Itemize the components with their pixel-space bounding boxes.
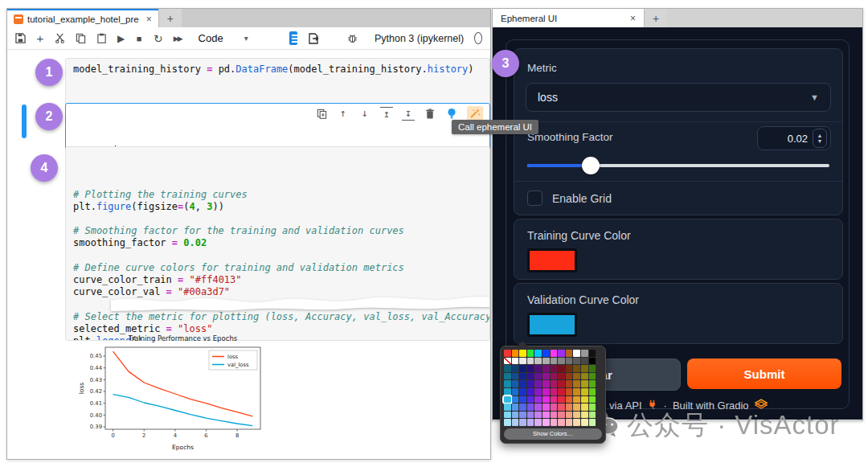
kernel-name[interactable]: Python 3 (ipykernel) (375, 33, 464, 44)
gradio-tab[interactable]: Ephemeral UI × (493, 9, 644, 27)
color-swatch[interactable] (566, 419, 573, 426)
insert-cell-below-icon[interactable]: ↧ (402, 107, 415, 121)
color-swatch[interactable] (581, 396, 588, 404)
export-icon[interactable] (308, 32, 319, 45)
cut-icon[interactable] (55, 32, 65, 45)
slider-handle[interactable] (582, 157, 600, 174)
color-swatch[interactable] (551, 358, 558, 365)
color-swatch[interactable] (589, 365, 596, 372)
color-swatch[interactable] (566, 404, 573, 411)
color-swatch[interactable] (534, 412, 542, 419)
lightbulb-icon[interactable] (445, 107, 458, 120)
color-swatch[interactable] (551, 388, 558, 395)
color-swatch[interactable] (512, 380, 519, 387)
color-swatch[interactable] (551, 373, 558, 380)
color-swatch[interactable] (504, 373, 511, 380)
delete-cell-icon[interactable] (424, 107, 436, 120)
prompt-cell[interactable]: ↑ ↓ ↥ ↧ %promptShow how the training per… (65, 103, 490, 151)
color-swatch[interactable] (558, 373, 565, 380)
color-swatch[interactable] (542, 365, 550, 372)
new-tab-button[interactable]: + (158, 9, 182, 27)
color-swatch[interactable] (551, 404, 558, 411)
move-cell-up-icon[interactable]: ↑ (337, 107, 350, 120)
color-swatch[interactable] (512, 373, 519, 380)
color-swatch[interactable] (573, 404, 580, 411)
color-swatch[interactable] (519, 350, 526, 357)
color-swatch[interactable] (542, 373, 550, 380)
grid-checkbox[interactable] (527, 191, 542, 206)
color-swatch[interactable] (534, 358, 542, 365)
color-swatch[interactable] (589, 380, 596, 387)
color-swatch[interactable] (581, 412, 588, 419)
color-swatch[interactable] (534, 380, 542, 387)
color-swatch[interactable] (566, 388, 573, 395)
color-swatch[interactable] (512, 396, 519, 404)
submit-button[interactable]: Submit (687, 359, 841, 389)
color-swatch[interactable] (512, 412, 519, 419)
color-swatch[interactable] (504, 404, 511, 411)
color-swatch[interactable] (519, 380, 526, 387)
color-swatch[interactable] (551, 350, 558, 357)
color-swatch[interactable] (527, 412, 534, 419)
number-stepper[interactable]: ▲▼ (813, 129, 827, 148)
color-swatch[interactable] (558, 412, 565, 419)
color-swatch[interactable] (558, 419, 565, 426)
color-swatch[interactable] (566, 350, 573, 357)
paste-icon[interactable] (96, 32, 107, 45)
color-swatch[interactable] (573, 358, 580, 365)
close-icon[interactable]: × (146, 14, 152, 25)
color-swatch[interactable] (527, 404, 534, 411)
color-swatch[interactable] (581, 358, 588, 365)
duplicate-cell-icon[interactable] (315, 107, 328, 120)
notebook-tab[interactable]: tutorial_example_hotel_pre × (7, 9, 158, 27)
color-swatch[interactable] (527, 380, 534, 387)
show-colors-button[interactable]: Show Colors… (504, 428, 602, 440)
color-swatch[interactable] (527, 358, 534, 365)
color-swatch[interactable] (512, 358, 519, 365)
color-swatch[interactable] (519, 388, 526, 395)
color-swatch[interactable] (512, 388, 519, 395)
color-swatch[interactable] (573, 412, 580, 419)
color-swatch[interactable] (581, 404, 588, 411)
color-swatch[interactable] (534, 404, 542, 411)
color-swatch[interactable] (519, 412, 526, 419)
insert-cell-above-icon[interactable]: ↥ (380, 107, 393, 121)
color-swatch[interactable] (542, 388, 550, 395)
magic-wand-icon[interactable] (467, 106, 483, 121)
color-swatch[interactable] (581, 380, 588, 387)
color-swatch[interactable] (551, 396, 558, 404)
smoothing-number-input[interactable]: 0.02 ▲▼ (757, 126, 831, 150)
color-swatch[interactable] (581, 373, 588, 380)
color-swatch[interactable] (573, 365, 580, 372)
color-swatch[interactable] (589, 419, 596, 426)
color-swatch[interactable] (566, 396, 573, 404)
color-swatch[interactable] (512, 419, 519, 426)
color-swatch[interactable] (566, 365, 573, 372)
save-icon[interactable] (15, 32, 26, 45)
color-swatch[interactable] (534, 373, 542, 380)
run-all-icon[interactable]: ▶▶ (174, 32, 182, 45)
grid-checkbox-row[interactable]: Enable Grid (527, 191, 612, 206)
add-cell-icon[interactable]: + (36, 32, 44, 45)
color-swatch[interactable] (534, 350, 542, 357)
color-swatch[interactable] (573, 373, 580, 380)
color-swatch[interactable] (566, 380, 573, 387)
color-swatch[interactable] (573, 350, 580, 357)
color-swatch[interactable] (504, 350, 511, 357)
color-swatch[interactable] (519, 358, 526, 365)
color-swatch[interactable] (551, 412, 558, 419)
color-swatch[interactable] (566, 412, 573, 419)
color-swatch[interactable] (512, 404, 519, 411)
color-swatch[interactable] (573, 396, 580, 404)
color-swatch[interactable] (527, 396, 534, 404)
color-swatch[interactable] (581, 388, 588, 395)
color-swatch[interactable] (534, 388, 542, 395)
color-swatch[interactable] (589, 350, 596, 357)
color-picker-popover[interactable]: Show Colors… (500, 346, 606, 444)
cell-type-dropdown[interactable]: Code ▾ (199, 32, 248, 44)
debugger-icon[interactable] (347, 32, 358, 45)
color-swatch[interactable] (519, 404, 526, 411)
color-swatch[interactable] (551, 365, 558, 372)
color-swatch[interactable] (589, 412, 596, 419)
color-swatch[interactable] (558, 396, 565, 404)
